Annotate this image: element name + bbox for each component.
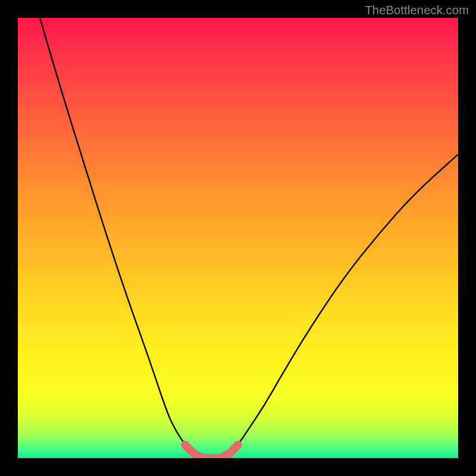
valley-highlight (185, 445, 238, 458)
right-curve (229, 154, 458, 453)
left-curve (40, 18, 194, 454)
curve-layer (18, 18, 458, 458)
watermark-text: TheBottleneck.com (365, 4, 469, 17)
chart-frame: TheBottleneck.com (0, 0, 476, 476)
plot-area (18, 18, 458, 458)
